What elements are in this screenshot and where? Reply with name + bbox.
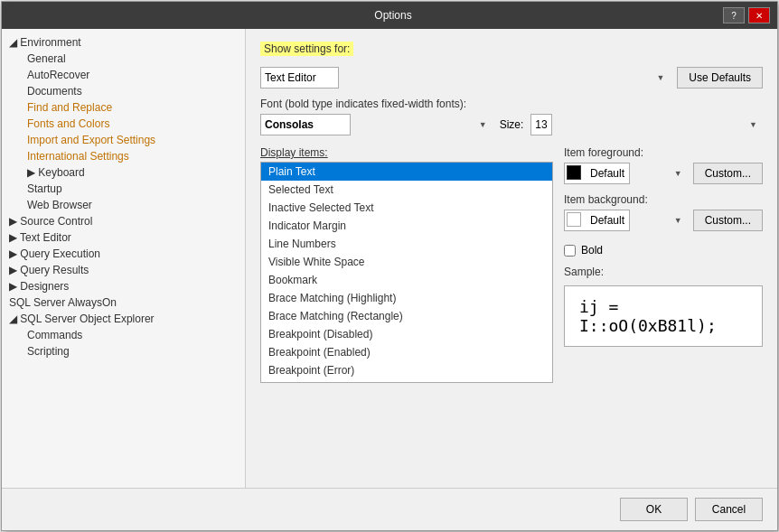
tree-item-sql-alwayson[interactable]: SQL Server AlwaysOn [2, 294, 245, 311]
bg-color-row: Default Custom... [564, 210, 763, 231]
display-item-indicator-margin[interactable]: Indicator Margin [261, 217, 552, 235]
right-panel: Show settings for: Text Editor Environme… [246, 29, 777, 488]
dialog-title: Options [63, 9, 723, 22]
tree-item-fonts-colors[interactable]: Fonts and Colors [2, 116, 245, 132]
display-list[interactable]: Plain Text Selected Text Inactive Select… [260, 162, 553, 383]
bold-row: Bold [564, 244, 763, 257]
tree-item-designers[interactable]: ▶ Designers [2, 278, 245, 294]
show-settings-label: Show settings for: [260, 42, 353, 56]
bg-custom-button[interactable]: Custom... [693, 210, 763, 231]
fg-color-row: Default Custom... [564, 163, 763, 184]
show-settings-select-wrapper: Text Editor Environment All Languages [260, 67, 670, 89]
tree-item-autorecover[interactable]: AutoRecover [2, 67, 245, 83]
bottom-bar: OK Cancel [2, 488, 777, 530]
font-row: Consolas Courier New Lucida Console Aria… [260, 114, 763, 135]
tree-item-query-results[interactable]: ▶ Query Results [2, 262, 245, 278]
sample-label: Sample: [564, 266, 763, 278]
display-item-selected-text[interactable]: Selected Text [261, 181, 552, 199]
help-button[interactable]: ? [723, 7, 745, 23]
size-select[interactable]: 89101112 1314161820 [530, 114, 552, 135]
use-defaults-button[interactable]: Use Defaults [677, 67, 763, 89]
display-item-breakpoint-error[interactable]: Breakpoint (Error) [261, 361, 552, 379]
display-item-breakpoint-enabled[interactable]: Breakpoint (Enabled) [261, 343, 552, 361]
display-items-label: Display items: [260, 146, 553, 159]
display-item-plain-text[interactable]: Plain Text [261, 163, 552, 181]
tree-item-scripting[interactable]: Scripting [2, 343, 245, 359]
ok-button[interactable]: OK [620, 498, 688, 521]
display-item-line-numbers[interactable]: Line Numbers [261, 235, 552, 253]
sample-section: Sample: ij = I::oO(0xB81l); [564, 266, 763, 347]
display-items-col: Display items: Plain Text Selected Text … [260, 146, 553, 383]
close-button[interactable]: ✕ [748, 7, 770, 23]
display-item-visible-white-space[interactable]: Visible White Space [261, 253, 552, 271]
font-select-wrapper: Consolas Courier New Lucida Console Aria… [260, 114, 493, 135]
bold-label: Bold [581, 244, 603, 257]
fg-label: Item foreground: [564, 146, 763, 159]
foreground-section: Item foreground: Default Custom... [564, 146, 763, 184]
tree-item-startup[interactable]: Startup [2, 181, 245, 197]
tree-item-sql-object-explorer[interactable]: ◢ SQL Server Object Explorer [2, 311, 245, 327]
tree-item-text-editor[interactable]: ▶ Text Editor [2, 229, 245, 246]
right-controls-col: Item foreground: Default Custom... [564, 146, 763, 383]
bold-checkbox[interactable] [564, 245, 576, 257]
titlebar-buttons: ? ✕ [723, 7, 770, 23]
right-controls: Item foreground: Default Custom... [564, 146, 763, 347]
display-item-bookmark[interactable]: Bookmark [261, 271, 552, 289]
background-section: Item background: Default Custom... [564, 193, 763, 231]
cancel-button[interactable]: Cancel [695, 498, 763, 521]
tree-item-international[interactable]: International Settings [2, 148, 245, 164]
titlebar: Options ? ✕ [2, 2, 777, 29]
left-panel: ◢ Environment General AutoRecover Docume… [2, 29, 246, 488]
options-dialog: Options ? ✕ ◢ Environment General AutoRe… [1, 1, 778, 531]
tree-item-general[interactable]: General [2, 51, 245, 67]
bg-label: Item background: [564, 193, 763, 206]
tree-item-documents[interactable]: Documents [2, 83, 245, 99]
sample-box: ij = I::oO(0xB81l); [564, 285, 763, 347]
show-settings-row: Text Editor Environment All Languages Us… [260, 67, 763, 89]
show-settings-select[interactable]: Text Editor Environment All Languages [260, 67, 339, 89]
fg-select-wrapper: Default [564, 163, 688, 184]
display-item-breakpoint-disabled[interactable]: Breakpoint (Disabled) [261, 325, 552, 343]
two-col-area: Display items: Plain Text Selected Text … [260, 146, 763, 383]
display-item-brace-rectangle[interactable]: Brace Matching (Rectangle) [261, 307, 552, 325]
tree-item-find-replace[interactable]: Find and Replace [2, 99, 245, 116]
tree-item-commands[interactable]: Commands [2, 327, 245, 343]
display-item-brace-highlight[interactable]: Brace Matching (Highlight) [261, 289, 552, 307]
bg-select-wrapper: Default [564, 210, 688, 231]
font-label: Font (bold type indicates fixed-width fo… [260, 98, 763, 110]
dialog-body: ◢ Environment General AutoRecover Docume… [2, 29, 777, 488]
tree-item-environment[interactable]: ◢ Environment [2, 34, 245, 51]
size-label: Size: [500, 118, 524, 131]
display-item-inactive-selected[interactable]: Inactive Selected Text [261, 199, 552, 217]
tree-item-keyboard[interactable]: ▶ Keyboard [2, 164, 245, 181]
bg-swatch [567, 212, 581, 227]
tree-item-query-execution[interactable]: ▶ Query Execution [2, 246, 245, 262]
fg-custom-button[interactable]: Custom... [693, 163, 763, 184]
tree-item-web-browser[interactable]: Web Browser [2, 197, 245, 213]
tree-item-import-export[interactable]: Import and Export Settings [2, 132, 245, 148]
size-select-wrapper: 89101112 1314161820 [530, 114, 763, 135]
fg-swatch [567, 165, 581, 180]
display-item-breakpoint-warning[interactable]: Breakpoint (Warning) [261, 379, 552, 383]
tree-item-source-control[interactable]: ▶ Source Control [2, 213, 245, 229]
font-select[interactable]: Consolas Courier New Lucida Console Aria… [260, 114, 351, 135]
